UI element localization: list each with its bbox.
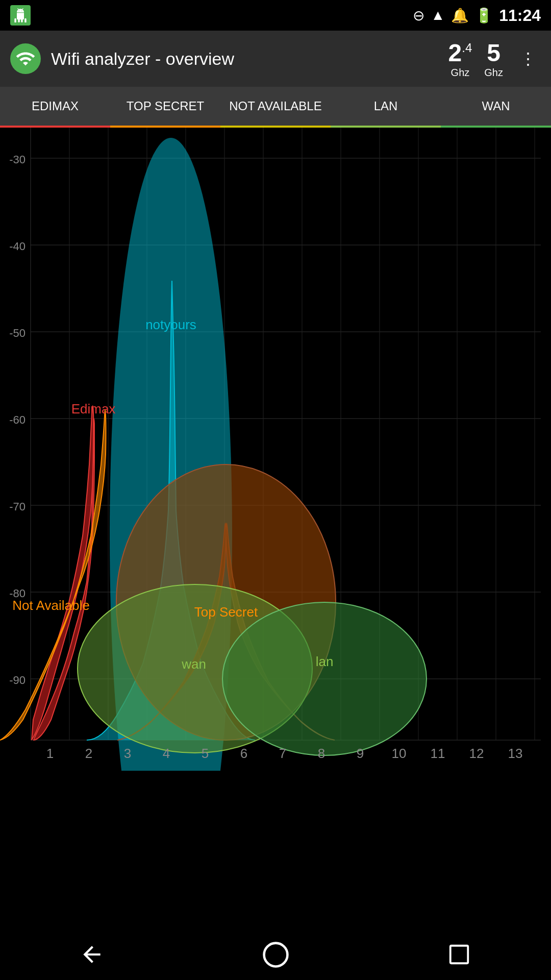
ghz24-label: Ghz xyxy=(451,67,470,79)
svg-text:13: 13 xyxy=(508,746,523,761)
time-display: 11:24 xyxy=(499,6,541,25)
svg-text:2: 2 xyxy=(85,746,92,761)
svg-text:3: 3 xyxy=(124,746,131,761)
app-title: Wifi analyzer - overview xyxy=(51,49,438,69)
svg-text:8: 8 xyxy=(318,746,325,761)
do-not-disturb-icon: ⊖ xyxy=(413,7,424,24)
status-bar: ⊖ ▲ 🔔 🔋 11:24 xyxy=(0,0,551,31)
app-bar: Wifi analyzer - overview 2 .4 Ghz 5 Ghz … xyxy=(0,31,551,87)
svg-point-52 xyxy=(264,943,287,966)
battery-icon: 🔋 xyxy=(475,7,493,24)
svg-text:-60: -60 xyxy=(9,413,26,426)
tab-edimax[interactable]: EDIMAX xyxy=(0,87,110,128)
tabs-bar: EDIMAX TOP SECRET NOT AVAILABLE LAN WAN xyxy=(0,87,551,128)
svg-text:Top Secret: Top Secret xyxy=(194,604,258,620)
svg-text:notyours: notyours xyxy=(145,317,196,332)
tab-wan[interactable]: WAN xyxy=(441,87,551,128)
svg-text:-70: -70 xyxy=(9,500,26,513)
svg-text:7: 7 xyxy=(279,746,286,761)
tab-top-secret[interactable]: TOP SECRET xyxy=(110,87,220,128)
chart-area: -30 -40 -50 -60 -70 -80 -90 notyours Edi… xyxy=(0,128,551,812)
svg-text:-90: -90 xyxy=(9,674,26,687)
ghz24-number: 2 xyxy=(448,39,462,67)
svg-point-32 xyxy=(222,602,427,755)
svg-text:11: 11 xyxy=(431,746,445,761)
svg-text:-40: -40 xyxy=(9,240,26,253)
svg-text:1: 1 xyxy=(46,746,54,761)
wifi-chart: -30 -40 -50 -60 -70 -80 -90 notyours Edi… xyxy=(0,128,551,771)
svg-text:lan: lan xyxy=(316,654,334,669)
ghz5-label: Ghz xyxy=(484,67,503,79)
svg-text:6: 6 xyxy=(240,746,247,761)
ghz-5-button[interactable]: 5 Ghz xyxy=(484,39,503,79)
ghz-24-button[interactable]: 2 .4 Ghz xyxy=(448,39,472,79)
ghz24-sub: .4 xyxy=(462,41,472,55)
back-button[interactable] xyxy=(71,934,112,975)
svg-text:5: 5 xyxy=(202,746,209,761)
svg-text:12: 12 xyxy=(469,746,484,761)
android-icon xyxy=(10,5,31,26)
status-icons: ⊖ ▲ 🔔 🔋 11:24 xyxy=(413,6,541,25)
svg-text:10: 10 xyxy=(392,746,407,761)
ghz5-number: 5 xyxy=(487,39,500,67)
svg-text:-30: -30 xyxy=(9,153,26,166)
tab-lan[interactable]: LAN xyxy=(331,87,441,128)
svg-rect-53 xyxy=(450,946,468,964)
app-logo xyxy=(10,43,41,74)
tab-not-available[interactable]: NOT AVAILABLE xyxy=(220,87,331,128)
svg-text:4: 4 xyxy=(163,746,170,761)
bottom-navigation xyxy=(0,929,551,980)
silent-icon: 🔔 xyxy=(451,7,469,24)
svg-text:Edimax: Edimax xyxy=(71,401,116,416)
svg-text:9: 9 xyxy=(357,746,364,761)
ghz-controls: 2 .4 Ghz 5 Ghz ⋮ xyxy=(448,39,541,79)
more-options-button[interactable]: ⋮ xyxy=(515,46,541,71)
svg-text:-50: -50 xyxy=(9,327,26,339)
home-button[interactable] xyxy=(255,934,296,975)
svg-text:Not Available: Not Available xyxy=(12,598,89,613)
status-left xyxy=(10,5,31,26)
svg-text:wan: wan xyxy=(181,656,206,672)
wifi-icon: ▲ xyxy=(431,7,445,23)
recent-apps-button[interactable] xyxy=(439,934,480,975)
